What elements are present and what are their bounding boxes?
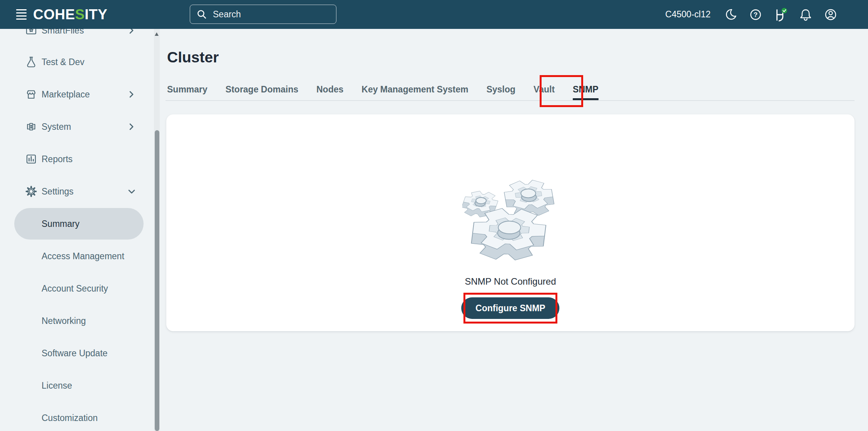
sidebar-item-test-dev[interactable]: Test & Dev [0,50,154,74]
sidebar-subitem-networking[interactable]: Networking [14,309,144,332]
sidebar-item-label: Test & Dev [42,57,84,67]
tab-key-management-system[interactable]: Key Management System [361,79,468,100]
tab-storage-domains[interactable]: Storage Domains [226,79,298,100]
sidebar-subitem-label: Summary [42,219,79,229]
search-input[interactable] [213,9,321,20]
tab-label: Key Management System [361,84,468,95]
page-title: Cluster [167,49,219,66]
sidebar-subitem-label: Software Update [42,348,107,359]
flask-icon [25,55,38,69]
logo-text-green: S [75,7,85,22]
sidebar-item-label: Settings [42,186,74,197]
gears-illustration [462,176,559,262]
sidebar-subitem-customization[interactable]: Customization [14,406,144,429]
bar-chart-icon [25,153,38,166]
sidebar-item-label: Marketplace [42,89,90,100]
tab-label: Vault [534,84,555,95]
health-badge [781,8,787,13]
chevron-right-icon [127,122,136,131]
search-box[interactable] [190,5,336,24]
cohesity-logo: COHESITY [33,7,107,23]
tab-label: Nodes [316,84,343,95]
sidebar-subitem-account-security[interactable]: Account Security [14,277,144,300]
tab-nodes[interactable]: Nodes [316,79,343,100]
bell-icon[interactable] [798,7,813,22]
appliance-icon [25,120,38,133]
tab-label: SNMP [573,84,598,95]
cluster-name[interactable]: C4500-cl12 [665,9,711,20]
chevron-down-icon [127,187,136,196]
tab-label: Syslog [487,84,515,95]
sidebar-item-label: Reports [42,154,73,164]
moon-icon[interactable] [723,7,738,22]
sidebar-subitem-access-management[interactable]: Access Management [14,245,144,268]
sidebar-subitem-label: Networking [42,316,86,326]
sidebar-item-system[interactable]: System [0,115,154,138]
sidebar-subitem-label: Account Security [42,283,108,294]
tabs-divider [166,100,855,101]
gear-icon [25,185,38,198]
sidebar-scrollbar[interactable] [154,29,160,431]
tab-summary[interactable]: Summary [167,79,207,100]
help-icon[interactable]: ? [748,7,763,22]
tab-label: Storage Domains [226,84,298,95]
chevron-right-icon [127,90,136,99]
cluster-tabs: Summary Storage Domains Nodes Key Manage… [167,79,599,100]
sidebar-subitem-label: License [42,381,72,391]
account-icon[interactable] [823,7,838,22]
sidebar-subitem-software-update[interactable]: Software Update [14,342,144,365]
tab-label: Summary [167,84,207,95]
search-icon [196,8,207,20]
tab-syslog[interactable]: Syslog [487,79,515,100]
scrollbar-thumb[interactable] [155,130,159,431]
logo-text-post: ITY [85,7,107,22]
sidebar-subitem-license[interactable]: License [14,374,144,397]
sidebar-subitem-label: Customization [42,413,98,423]
sidebar-item-settings[interactable]: Settings [0,180,154,203]
logo-text-pre: COHE [33,7,75,22]
storefront-icon [25,88,38,101]
configure-snmp-button[interactable]: Configure SNMP [461,297,559,319]
top-bar: COHESITY C4500-cl12 ? [0,0,868,29]
tab-snmp[interactable]: SNMP [573,79,598,100]
empty-state-message: SNMP Not Configured [166,276,855,287]
sidebar-item-marketplace[interactable]: Marketplace [0,83,154,106]
tab-vault[interactable]: Vault [534,79,555,100]
sidebar-nav: SmartFiles Test & Dev Marketplace System… [0,29,160,431]
topbar-right-cluster: C4500-cl12 ? [665,0,868,29]
menu-icon[interactable] [16,9,27,20]
sidebar-subitem-label: Access Management [42,251,124,262]
sidebar-item-label: System [42,122,71,132]
sidebar-item-reports[interactable]: Reports [0,148,154,171]
snmp-card: SNMP Not Configured Configure SNMP [166,114,855,331]
scrollbar-up-arrow-icon[interactable] [155,32,159,36]
svg-text:?: ? [754,11,758,18]
active-tab-underline [573,98,598,100]
sidebar-subitem-summary[interactable]: Summary [14,208,144,240]
helios-health-icon[interactable] [773,7,788,22]
